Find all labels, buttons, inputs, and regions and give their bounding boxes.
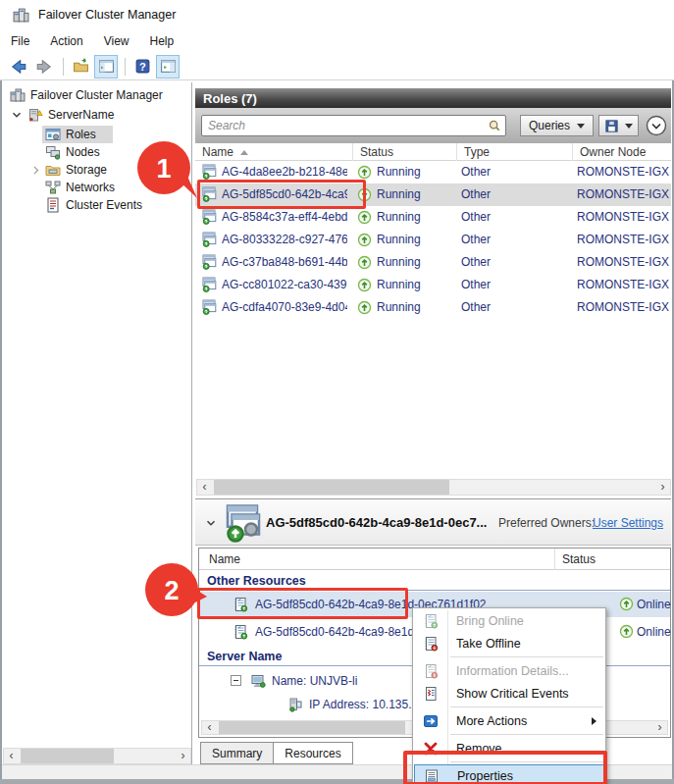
tree-item-roles[interactable]: Roles bbox=[45, 126, 96, 143]
column-header-owner-node[interactable]: Owner Node bbox=[573, 143, 671, 161]
collapse-chevron-icon[interactable] bbox=[204, 516, 218, 530]
server-warning-icon bbox=[27, 107, 43, 123]
menu-item-label: Take Offline bbox=[456, 637, 521, 651]
role-row[interactable]: AG-80333228-c927-476... Running Other RO… bbox=[195, 229, 671, 251]
console-tree-toggle-button[interactable] bbox=[94, 55, 118, 78]
role-row[interactable]: AG-cdfa4070-83e9-4d04... Running Other R… bbox=[195, 296, 671, 319]
search-input[interactable] bbox=[201, 115, 506, 136]
highlight-box-resource-row bbox=[197, 588, 408, 619]
menu-separator bbox=[450, 656, 603, 657]
roles-horizontal-scrollbar[interactable]: ‹ › bbox=[196, 479, 671, 496]
scroll-thumb[interactable] bbox=[214, 480, 449, 495]
role-name: AG-cc801022-ca30-439... bbox=[222, 278, 347, 291]
storage-icon bbox=[45, 162, 61, 178]
menu-item-take-offline[interactable]: Take Offline bbox=[414, 632, 604, 654]
save-query-button[interactable] bbox=[598, 115, 639, 136]
role-type: Other bbox=[461, 210, 491, 224]
scroll-track[interactable] bbox=[212, 480, 655, 495]
networks-icon bbox=[45, 180, 61, 195]
cluster-events-icon bbox=[45, 197, 61, 213]
role-icon bbox=[201, 232, 217, 247]
group-header-label: Server Name bbox=[207, 650, 282, 663]
role-type: Other bbox=[461, 300, 491, 314]
show-critical-events-icon bbox=[423, 686, 439, 702]
user-settings-link[interactable]: User Settings bbox=[593, 516, 663, 530]
search-icon bbox=[488, 119, 501, 132]
tree-item-root[interactable]: Failover Cluster Manager bbox=[10, 86, 163, 104]
role-owner-node: ROMONSTE-IGX bbox=[577, 233, 671, 246]
tab-summary[interactable]: Summary bbox=[200, 742, 274, 764]
menu-file[interactable]: File bbox=[11, 34, 29, 48]
menu-item-bring-online: Bring Online bbox=[414, 609, 604, 632]
role-name: AG-80333228-c927-476... bbox=[222, 233, 347, 246]
help-button[interactable] bbox=[130, 55, 154, 78]
status-running-icon bbox=[357, 300, 372, 315]
column-header-status[interactable]: Status bbox=[353, 143, 457, 161]
scroll-right-icon[interactable]: › bbox=[655, 480, 670, 495]
role-large-icon bbox=[223, 503, 262, 543]
menu-item-more-actions[interactable]: More Actions bbox=[414, 709, 604, 732]
role-type: Other bbox=[461, 233, 491, 246]
role-name: AG-cdfa4070-83e9-4d04... bbox=[222, 300, 347, 314]
window-title: Failover Cluster Manager bbox=[38, 8, 176, 22]
status-online-icon bbox=[619, 624, 634, 639]
highlight-box-role-row bbox=[197, 180, 366, 209]
scroll-left-icon[interactable]: ‹ bbox=[197, 480, 212, 495]
role-owner-node: ROMONSTE-IGX bbox=[577, 165, 671, 179]
column-header-status[interactable]: Status bbox=[562, 552, 596, 566]
queries-button[interactable]: Queries bbox=[520, 115, 594, 136]
scroll-track[interactable] bbox=[19, 749, 176, 763]
collapse-box-icon[interactable] bbox=[231, 675, 241, 686]
chevron-down-icon bbox=[577, 124, 585, 129]
back-button[interactable] bbox=[7, 55, 30, 78]
menu-action[interactable]: Action bbox=[50, 34, 82, 48]
action-pane-toggle-button[interactable] bbox=[156, 55, 180, 78]
column-header-type[interactable]: Type bbox=[457, 143, 573, 161]
tree-item-label: Cluster Events bbox=[66, 198, 142, 212]
tree-item-cluster-events[interactable]: Cluster Events bbox=[45, 196, 142, 214]
menu-item-show-critical-events[interactable]: Show Critical Events bbox=[414, 682, 604, 705]
tree-item-server[interactable]: ServerName bbox=[10, 106, 114, 124]
role-name: AG-4da8ee2b-b218-48e... bbox=[222, 165, 347, 179]
tree-horizontal-scrollbar[interactable]: ‹ › bbox=[3, 748, 191, 764]
scroll-right-icon[interactable]: › bbox=[176, 749, 190, 763]
help-icon bbox=[134, 58, 151, 75]
scroll-right-icon[interactable]: › bbox=[652, 720, 667, 735]
scroll-left-icon[interactable]: ‹ bbox=[4, 749, 19, 763]
callout-number: 1 bbox=[156, 154, 171, 183]
role-row[interactable]: AG-cc801022-ca30-439... Running Other RO… bbox=[195, 274, 671, 296]
tree-item-networks[interactable]: Networks bbox=[45, 179, 115, 196]
menu-item-label: Information Details... bbox=[456, 664, 569, 678]
detail-header: AG-5df85cd0-642b-4ca9-8e1d-0ec7... Prefe… bbox=[195, 498, 671, 546]
menu-view[interactable]: View bbox=[104, 34, 130, 48]
app-window: Failover Cluster Manager File Action Vie… bbox=[0, 0, 674, 784]
scroll-thumb[interactable] bbox=[21, 749, 114, 763]
chevron-right-icon[interactable] bbox=[29, 164, 42, 177]
scroll-thumb[interactable] bbox=[219, 721, 405, 734]
column-label: Owner Node bbox=[580, 145, 646, 159]
column-header-name[interactable]: Name bbox=[195, 143, 353, 161]
toolbar-separator bbox=[125, 58, 126, 76]
chevron-down-icon bbox=[625, 124, 633, 129]
menu-separator bbox=[450, 706, 603, 707]
group-header-label: Other Resources bbox=[207, 574, 306, 588]
tree-item-label: Roles bbox=[66, 128, 96, 141]
tab-resources[interactable]: Resources bbox=[274, 742, 352, 764]
role-row[interactable]: AG-8584c37a-eff4-4ebd-... Running Other … bbox=[195, 206, 671, 229]
submenu-arrow-icon bbox=[592, 717, 596, 725]
detail-title: AG-5df85cd0-642b-4ca9-8e1d-0ec7... bbox=[266, 515, 487, 530]
role-owner-node: ROMONSTE-IGX bbox=[577, 210, 671, 224]
scroll-left-icon[interactable]: ‹ bbox=[202, 720, 217, 735]
menu-help[interactable]: Help bbox=[150, 34, 175, 48]
role-type: Other bbox=[461, 165, 491, 179]
role-row[interactable]: AG-c37ba848-b691-44b... Running Other RO… bbox=[195, 251, 671, 274]
forward-button[interactable] bbox=[32, 55, 56, 78]
sort-ascending-icon bbox=[240, 150, 248, 155]
tree-item-nodes[interactable]: Nodes bbox=[45, 143, 100, 161]
highlight-box-properties bbox=[403, 751, 607, 784]
app-icon bbox=[13, 7, 29, 24]
export-list-button[interactable] bbox=[69, 55, 92, 78]
tree-item-storage[interactable]: Storage bbox=[29, 161, 107, 179]
expand-actions-button[interactable] bbox=[646, 115, 667, 136]
chevron-down-icon[interactable] bbox=[10, 108, 24, 122]
